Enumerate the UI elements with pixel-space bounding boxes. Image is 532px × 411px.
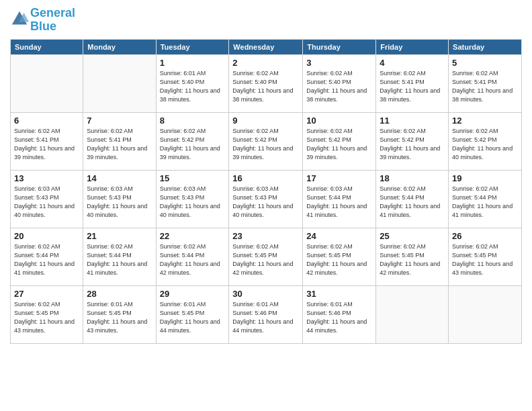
- day-number: 5: [452, 58, 518, 68]
- calendar-cell: 11Sunrise: 6:02 AM Sunset: 5:42 PM Dayli…: [376, 112, 449, 170]
- day-number: 22: [160, 231, 226, 241]
- calendar-weekday-thursday: Thursday: [303, 39, 376, 54]
- day-info: Sunrise: 6:03 AM Sunset: 5:43 PM Dayligh…: [160, 185, 226, 220]
- calendar-week-row: 6Sunrise: 6:02 AM Sunset: 5:41 PM Daylig…: [11, 112, 522, 170]
- calendar-weekday-wednesday: Wednesday: [229, 39, 303, 54]
- calendar-week-row: 13Sunrise: 6:03 AM Sunset: 5:43 PM Dayli…: [11, 170, 522, 228]
- calendar-cell: 27Sunrise: 6:02 AM Sunset: 5:45 PM Dayli…: [11, 285, 83, 343]
- calendar-weekday-tuesday: Tuesday: [156, 39, 229, 54]
- day-number: 4: [380, 58, 445, 68]
- calendar-cell: 2Sunrise: 6:02 AM Sunset: 5:40 PM Daylig…: [229, 54, 303, 112]
- day-number: 3: [306, 58, 372, 68]
- calendar-header-row: SundayMondayTuesdayWednesdayThursdayFrid…: [11, 39, 522, 54]
- calendar-week-row: 20Sunrise: 6:02 AM Sunset: 5:44 PM Dayli…: [11, 228, 522, 285]
- day-info: Sunrise: 6:02 AM Sunset: 5:45 PM Dayligh…: [306, 242, 372, 277]
- calendar-cell: 8Sunrise: 6:02 AM Sunset: 5:42 PM Daylig…: [156, 112, 229, 170]
- day-number: 23: [232, 231, 299, 241]
- calendar-cell: 20Sunrise: 6:02 AM Sunset: 5:44 PM Dayli…: [11, 228, 83, 285]
- calendar-weekday-monday: Monday: [83, 39, 156, 54]
- day-number: 26: [452, 231, 518, 241]
- day-info: Sunrise: 6:02 AM Sunset: 5:45 PM Dayligh…: [232, 242, 299, 277]
- calendar-weekday-friday: Friday: [376, 39, 449, 54]
- logo: General Blue: [10, 7, 75, 34]
- day-info: Sunrise: 6:02 AM Sunset: 5:45 PM Dayligh…: [380, 242, 445, 277]
- calendar-cell: 13Sunrise: 6:03 AM Sunset: 5:43 PM Dayli…: [11, 170, 83, 228]
- calendar-cell: 29Sunrise: 6:01 AM Sunset: 5:45 PM Dayli…: [156, 285, 229, 343]
- day-info: Sunrise: 6:02 AM Sunset: 5:45 PM Dayligh…: [452, 242, 518, 277]
- calendar-cell: 19Sunrise: 6:02 AM Sunset: 5:44 PM Dayli…: [449, 170, 522, 228]
- day-info: Sunrise: 6:01 AM Sunset: 5:45 PM Dayligh…: [160, 300, 226, 335]
- day-info: Sunrise: 6:02 AM Sunset: 5:40 PM Dayligh…: [232, 69, 299, 104]
- calendar-cell: 23Sunrise: 6:02 AM Sunset: 5:45 PM Dayli…: [229, 228, 303, 285]
- day-number: 29: [160, 289, 226, 299]
- day-number: 9: [232, 116, 299, 126]
- day-info: Sunrise: 6:02 AM Sunset: 5:40 PM Dayligh…: [306, 69, 372, 104]
- calendar-cell: 4Sunrise: 6:02 AM Sunset: 5:41 PM Daylig…: [376, 54, 449, 112]
- calendar-cell: 17Sunrise: 6:03 AM Sunset: 5:44 PM Dayli…: [303, 170, 376, 228]
- calendar-cell: [449, 285, 522, 343]
- calendar-cell: 3Sunrise: 6:02 AM Sunset: 5:40 PM Daylig…: [303, 54, 376, 112]
- calendar-cell: 24Sunrise: 6:02 AM Sunset: 5:45 PM Dayli…: [303, 228, 376, 285]
- calendar-cell: 21Sunrise: 6:02 AM Sunset: 5:44 PM Dayli…: [83, 228, 156, 285]
- calendar-cell: 22Sunrise: 6:02 AM Sunset: 5:44 PM Dayli…: [156, 228, 229, 285]
- calendar-cell: 12Sunrise: 6:02 AM Sunset: 5:42 PM Dayli…: [449, 112, 522, 170]
- day-info: Sunrise: 6:02 AM Sunset: 5:44 PM Dayligh…: [14, 242, 79, 277]
- day-number: 13: [14, 173, 79, 183]
- day-number: 16: [232, 173, 299, 183]
- header: General Blue: [10, 7, 522, 34]
- day-number: 15: [160, 173, 226, 183]
- calendar-cell: 15Sunrise: 6:03 AM Sunset: 5:43 PM Dayli…: [156, 170, 229, 228]
- calendar-cell: 5Sunrise: 6:02 AM Sunset: 5:41 PM Daylig…: [449, 54, 522, 112]
- day-info: Sunrise: 6:02 AM Sunset: 5:44 PM Dayligh…: [87, 242, 152, 277]
- calendar-week-row: 1Sunrise: 6:01 AM Sunset: 5:40 PM Daylig…: [11, 54, 522, 112]
- day-number: 6: [14, 116, 79, 126]
- calendar-weekday-sunday: Sunday: [11, 39, 83, 54]
- calendar-cell: 25Sunrise: 6:02 AM Sunset: 5:45 PM Dayli…: [376, 228, 449, 285]
- calendar-cell: 6Sunrise: 6:02 AM Sunset: 5:41 PM Daylig…: [11, 112, 83, 170]
- calendar-cell: 14Sunrise: 6:03 AM Sunset: 5:43 PM Dayli…: [83, 170, 156, 228]
- day-info: Sunrise: 6:01 AM Sunset: 5:46 PM Dayligh…: [306, 300, 372, 335]
- calendar-week-row: 27Sunrise: 6:02 AM Sunset: 5:45 PM Dayli…: [11, 285, 522, 343]
- day-number: 1: [160, 58, 226, 68]
- day-info: Sunrise: 6:02 AM Sunset: 5:41 PM Dayligh…: [452, 69, 518, 104]
- day-info: Sunrise: 6:02 AM Sunset: 5:42 PM Dayligh…: [452, 127, 518, 162]
- day-info: Sunrise: 6:01 AM Sunset: 5:40 PM Dayligh…: [160, 69, 226, 104]
- day-number: 10: [306, 116, 372, 126]
- day-info: Sunrise: 6:02 AM Sunset: 5:42 PM Dayligh…: [380, 127, 445, 162]
- day-info: Sunrise: 6:03 AM Sunset: 5:43 PM Dayligh…: [87, 185, 152, 220]
- day-info: Sunrise: 6:03 AM Sunset: 5:43 PM Dayligh…: [232, 185, 299, 220]
- calendar-cell: [83, 54, 156, 112]
- day-info: Sunrise: 6:02 AM Sunset: 5:44 PM Dayligh…: [160, 242, 226, 277]
- day-number: 2: [232, 58, 299, 68]
- day-info: Sunrise: 6:02 AM Sunset: 5:44 PM Dayligh…: [380, 185, 445, 220]
- day-info: Sunrise: 6:03 AM Sunset: 5:43 PM Dayligh…: [14, 185, 79, 220]
- calendar-cell: 31Sunrise: 6:01 AM Sunset: 5:46 PM Dayli…: [303, 285, 376, 343]
- day-info: Sunrise: 6:01 AM Sunset: 5:45 PM Dayligh…: [87, 300, 152, 335]
- calendar-cell: 9Sunrise: 6:02 AM Sunset: 5:42 PM Daylig…: [229, 112, 303, 170]
- day-info: Sunrise: 6:02 AM Sunset: 5:41 PM Dayligh…: [87, 127, 152, 162]
- day-info: Sunrise: 6:02 AM Sunset: 5:42 PM Dayligh…: [160, 127, 226, 162]
- day-number: 8: [160, 116, 226, 126]
- calendar-cell: 10Sunrise: 6:02 AM Sunset: 5:42 PM Dayli…: [303, 112, 376, 170]
- day-info: Sunrise: 6:02 AM Sunset: 5:45 PM Dayligh…: [14, 300, 79, 335]
- day-info: Sunrise: 6:02 AM Sunset: 5:44 PM Dayligh…: [452, 185, 518, 220]
- day-number: 31: [306, 289, 372, 299]
- day-number: 30: [232, 289, 299, 299]
- day-info: Sunrise: 6:03 AM Sunset: 5:44 PM Dayligh…: [306, 185, 372, 220]
- calendar-cell: 16Sunrise: 6:03 AM Sunset: 5:43 PM Dayli…: [229, 170, 303, 228]
- day-number: 20: [14, 231, 79, 241]
- calendar-cell: [376, 285, 449, 343]
- logo-icon: [10, 9, 29, 28]
- day-number: 24: [306, 231, 372, 241]
- day-info: Sunrise: 6:02 AM Sunset: 5:41 PM Dayligh…: [380, 69, 445, 104]
- day-info: Sunrise: 6:02 AM Sunset: 5:41 PM Dayligh…: [14, 127, 79, 162]
- day-number: 17: [306, 173, 372, 183]
- day-number: 19: [452, 173, 518, 183]
- calendar-cell: 7Sunrise: 6:02 AM Sunset: 5:41 PM Daylig…: [83, 112, 156, 170]
- logo-text: General Blue: [30, 7, 75, 34]
- calendar-cell: 28Sunrise: 6:01 AM Sunset: 5:45 PM Dayli…: [83, 285, 156, 343]
- calendar-cell: 1Sunrise: 6:01 AM Sunset: 5:40 PM Daylig…: [156, 54, 229, 112]
- day-number: 14: [87, 173, 152, 183]
- day-info: Sunrise: 6:02 AM Sunset: 5:42 PM Dayligh…: [306, 127, 372, 162]
- day-number: 28: [87, 289, 152, 299]
